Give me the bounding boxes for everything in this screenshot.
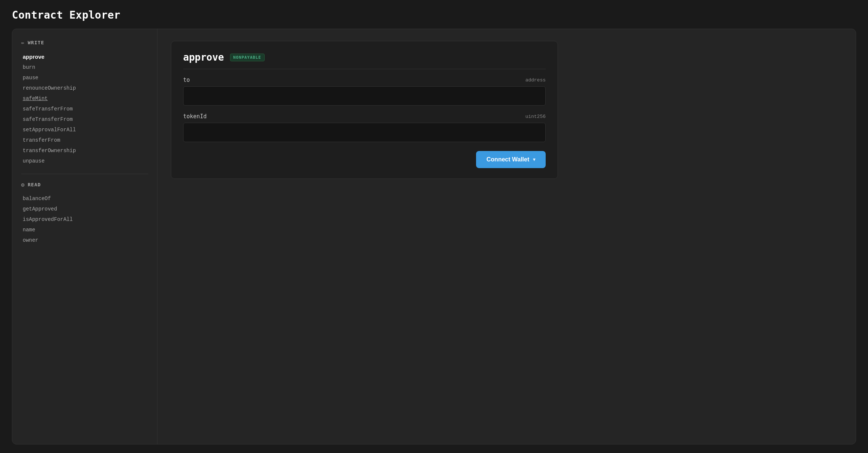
param-group-to: to address [183, 77, 546, 106]
sidebar-item-transferFrom[interactable]: transferFrom [21, 135, 148, 145]
section-divider [21, 174, 148, 174]
app-title: Contract Explorer [12, 9, 856, 21]
sidebar-item-getApproved[interactable]: getApproved [21, 204, 148, 214]
read-section-header: ◎ READ [21, 181, 148, 187]
main-container: ✏ WRITE approve burn pause renounceOwner… [12, 29, 856, 444]
param-label-row-to: to address [183, 77, 546, 83]
function-header: approve NONPAYABLE [183, 52, 546, 69]
sidebar-item-owner[interactable]: owner [21, 235, 148, 245]
sidebar-item-safeMint[interactable]: safeMint [21, 93, 148, 104]
sidebar-item-renounceOwnership[interactable]: renounceOwnership [21, 83, 148, 93]
sidebar-item-burn[interactable]: burn [21, 62, 148, 73]
write-icon: ✏ [21, 39, 25, 45]
param-input-tokenId[interactable] [183, 123, 546, 142]
function-footer: Connect Wallet ▾ [183, 151, 546, 168]
sidebar: ✏ WRITE approve burn pause renounceOwner… [12, 29, 157, 444]
read-section-label: READ [28, 182, 41, 187]
app-header: Contract Explorer [0, 0, 868, 29]
sidebar-item-balanceOf[interactable]: balanceOf [21, 193, 148, 204]
read-nav: balanceOf getApproved isApprovedForAll n… [21, 193, 148, 245]
sidebar-item-name[interactable]: name [21, 225, 148, 235]
param-type-tokenId: uint256 [525, 114, 546, 119]
read-icon: ◎ [21, 181, 25, 187]
param-label-to: to [183, 77, 190, 83]
param-label-tokenId: tokenId [183, 113, 207, 120]
param-type-to: address [525, 77, 546, 83]
sidebar-item-transferOwnership[interactable]: transferOwnership [21, 145, 148, 156]
read-section: ◎ READ balanceOf getApproved isApprovedF… [21, 181, 148, 245]
function-card: approve NONPAYABLE to address tokenId ui… [171, 41, 558, 179]
param-input-to[interactable] [183, 86, 546, 106]
sidebar-item-unpause[interactable]: unpause [21, 156, 148, 166]
write-nav: approve burn pause renounceOwnership saf… [21, 51, 148, 166]
sidebar-item-safeTransferFrom1[interactable]: safeTransferFrom [21, 104, 148, 114]
function-name: approve [183, 52, 224, 63]
sidebar-item-isApprovedForAll[interactable]: isApprovedForAll [21, 214, 148, 225]
main-content: approve NONPAYABLE to address tokenId ui… [157, 29, 856, 444]
connect-wallet-button[interactable]: Connect Wallet ▾ [476, 151, 546, 168]
sidebar-item-pause[interactable]: pause [21, 73, 148, 83]
sidebar-item-safeTransferFrom2[interactable]: safeTransferFrom [21, 114, 148, 125]
param-label-row-tokenId: tokenId uint256 [183, 113, 546, 120]
write-section-header: ✏ WRITE [21, 39, 148, 45]
write-section-label: WRITE [28, 40, 44, 45]
connect-wallet-label: Connect Wallet [486, 156, 529, 163]
chevron-down-icon: ▾ [533, 157, 535, 162]
param-group-tokenId: tokenId uint256 [183, 113, 546, 142]
sidebar-item-approve[interactable]: approve [21, 51, 148, 62]
function-badge: NONPAYABLE [230, 54, 265, 61]
sidebar-item-setApprovalForAll[interactable]: setApprovalForAll [21, 125, 148, 135]
